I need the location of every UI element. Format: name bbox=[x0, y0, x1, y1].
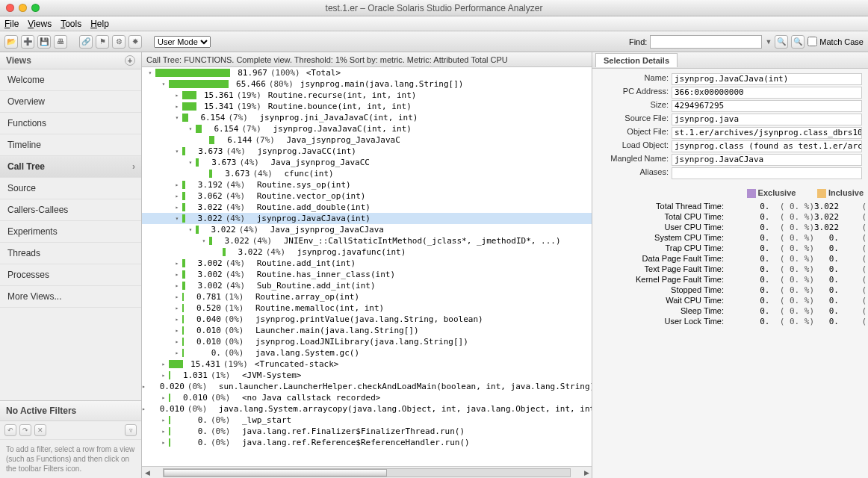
sidebar-item-timeline[interactable]: Timeline bbox=[0, 134, 141, 156]
expand-icon[interactable]: ▸ bbox=[173, 193, 181, 200]
call-tree-row[interactable]: ▸0.010(0%)Launcher.main(java.lang.String… bbox=[142, 325, 592, 336]
menu-views[interactable]: Views bbox=[28, 19, 52, 29]
call-tree-row[interactable]: ▾3.022(4%)jsynprog.JavaCJava(int) bbox=[142, 213, 592, 224]
call-tree-row[interactable]: ▾81.967(100%)<Total> bbox=[142, 67, 592, 78]
toolbar-gear-icon[interactable]: ⚙ bbox=[112, 35, 125, 49]
expand-icon[interactable]: ▸ bbox=[142, 406, 146, 413]
expand-icon[interactable]: ▸ bbox=[173, 103, 181, 111]
expand-icon[interactable]: ▸ bbox=[173, 181, 181, 189]
toolbar-add-icon[interactable]: ➕ bbox=[21, 35, 34, 49]
expand-icon[interactable]: ▸ bbox=[173, 282, 181, 290]
expand-icon[interactable]: ▸ bbox=[173, 316, 181, 323]
call-tree-row[interactable]: ▸3.002(4%)Routine.has_inner_class(int) bbox=[142, 269, 592, 280]
sidebar-item-source[interactable]: Source bbox=[0, 178, 141, 199]
expand-icon[interactable]: ▸ bbox=[142, 383, 146, 391]
call-tree-row[interactable]: ▸3.002(4%)Routine.add_int(int) bbox=[142, 258, 592, 269]
expand-icon[interactable]: ▸ bbox=[173, 350, 181, 357]
sidebar-item-call-tree[interactable]: Call Tree bbox=[0, 156, 141, 178]
call-tree-row[interactable]: 3.673(4%)cfunc(int) bbox=[142, 168, 592, 179]
find-prev-icon[interactable]: 🔍 bbox=[775, 35, 788, 49]
horizontal-scrollbar[interactable]: ◀▶ bbox=[142, 466, 592, 478]
toolbar-open-icon[interactable]: 📂 bbox=[4, 35, 18, 49]
add-view-icon[interactable]: + bbox=[125, 55, 135, 66]
call-tree-row[interactable]: ▸3.002(4%)Sub_Routine.add_int(int) bbox=[142, 280, 592, 291]
filter-remove-icon[interactable]: ✕ bbox=[34, 424, 46, 436]
call-tree-row[interactable]: 6.144(7%)Java_jsynprog_JavaJavaC bbox=[142, 134, 592, 146]
collapse-icon[interactable]: ▾ bbox=[200, 238, 208, 245]
sidebar-item-overview[interactable]: Overview bbox=[0, 91, 141, 113]
filter-undo-icon[interactable]: ↶ bbox=[4, 424, 16, 436]
collapse-icon[interactable]: ▾ bbox=[187, 226, 194, 234]
call-tree-row[interactable]: 3.022(4%)jsynprog.javafunc(int) bbox=[142, 246, 592, 258]
collapse-icon[interactable]: ▾ bbox=[173, 148, 181, 155]
call-tree-row[interactable]: ▸0.040(0%)jsynprog.printValue(java.lang.… bbox=[142, 314, 592, 325]
expand-icon[interactable]: ▸ bbox=[160, 428, 167, 435]
call-tree[interactable]: ▾81.967(100%)<Total>▾65.466(80%)jsynprog… bbox=[142, 67, 592, 466]
call-tree-row[interactable]: ▾3.673(4%)jsynprog.JavaCC(int) bbox=[142, 146, 592, 157]
menu-tools[interactable]: Tools bbox=[61, 19, 81, 29]
expand-icon[interactable]: ▸ bbox=[173, 294, 181, 301]
find-next-icon[interactable]: 🔍 bbox=[791, 35, 805, 49]
collapse-icon[interactable]: ▾ bbox=[173, 215, 181, 223]
call-tree-row[interactable]: ▸1.031(1%)<JVM-System> bbox=[142, 370, 592, 381]
call-tree-row[interactable]: ▾3.022(4%)Java_jsynprog_JavaCJava bbox=[142, 224, 592, 235]
find-input[interactable] bbox=[650, 35, 762, 49]
sidebar-item-more-views-[interactable]: More Views... bbox=[0, 286, 141, 308]
call-tree-row[interactable]: ▾6.154(7%)jsynprog.jni_JavaJavaC(int, in… bbox=[142, 112, 592, 123]
call-tree-row[interactable]: ▸0.(0%)_lwp_start bbox=[142, 415, 592, 426]
call-tree-row[interactable]: ▸0.520(1%)Routine.memalloc(int, int) bbox=[142, 302, 592, 314]
call-tree-row[interactable]: ▸0.010(0%)java.lang.System.arraycopy(jav… bbox=[142, 403, 592, 415]
expand-icon[interactable]: ▸ bbox=[173, 327, 181, 335]
toolbar-settings-icon[interactable]: ✸ bbox=[128, 35, 142, 49]
call-tree-row[interactable]: ▾6.154(7%)jsynprog.JavaJavaC(int, int) bbox=[142, 123, 592, 134]
collapse-icon[interactable]: ▾ bbox=[173, 114, 181, 122]
call-tree-row[interactable]: ▸0.(0%)java.lang.System.gc() bbox=[142, 347, 592, 358]
sidebar-item-functions[interactable]: Functions bbox=[0, 113, 141, 134]
expand-icon[interactable]: ▸ bbox=[160, 417, 167, 424]
menu-help[interactable]: Help bbox=[90, 19, 109, 29]
call-tree-row[interactable]: ▸0.(0%)java.lang.ref.Finalizer$Finalizer… bbox=[142, 426, 592, 437]
call-tree-row[interactable]: ▸3.062(4%)Routine.vector_op(int) bbox=[142, 190, 592, 202]
menu-file[interactable]: File bbox=[4, 19, 19, 29]
collapse-icon[interactable]: ▾ bbox=[160, 81, 167, 88]
call-tree-row[interactable]: ▸0.010(0%)jsynprog.LoadJNILibrary(java.l… bbox=[142, 336, 592, 347]
expand-icon[interactable]: ▸ bbox=[160, 361, 167, 368]
expand-icon[interactable]: ▸ bbox=[173, 204, 181, 211]
collapse-icon[interactable]: ▾ bbox=[146, 69, 154, 77]
toolbar-filter-icon[interactable]: ⚑ bbox=[96, 35, 109, 49]
expand-icon[interactable]: ▸ bbox=[160, 372, 167, 379]
call-tree-row[interactable]: ▾3.022(4%)JNIEnv_::CallStaticIntMethod(_… bbox=[142, 235, 592, 246]
expand-icon[interactable]: ▸ bbox=[173, 305, 181, 312]
close-window-button[interactable] bbox=[6, 4, 14, 12]
toolbar-save-icon[interactable]: 💾 bbox=[37, 35, 51, 49]
call-tree-row[interactable]: ▸15.341(19%)Routine.bounce(int, int, int… bbox=[142, 101, 592, 112]
filter-funnel-icon[interactable]: ▿ bbox=[125, 424, 137, 436]
call-tree-row[interactable]: ▸3.022(4%)Routine.add_double(int) bbox=[142, 202, 592, 213]
toolbar-print-icon[interactable]: 🖶 bbox=[54, 35, 67, 49]
call-tree-row[interactable]: ▸0.020(0%)sun.launcher.LauncherHelper.ch… bbox=[142, 381, 592, 392]
minimize-window-button[interactable] bbox=[19, 4, 27, 12]
expand-icon[interactable]: ▸ bbox=[173, 92, 181, 99]
call-tree-row[interactable]: ▾65.466(80%)jsynprog.main(java.lang.Stri… bbox=[142, 78, 592, 90]
toolbar-link-icon[interactable]: 🔗 bbox=[79, 35, 93, 49]
call-tree-row[interactable]: ▾3.673(4%)Java_jsynprog_JavaCC bbox=[142, 157, 592, 168]
call-tree-row[interactable]: ▸0.781(1%)Routine.array_op(int) bbox=[142, 291, 592, 302]
call-tree-row[interactable]: ▸15.361(19%)Routine.recurse(int, int, in… bbox=[142, 90, 592, 101]
call-tree-row[interactable]: ▸15.431(19%)<Truncated-stack> bbox=[142, 358, 592, 370]
match-case-checkbox[interactable]: Match Case bbox=[807, 37, 864, 46]
expand-icon[interactable]: ▸ bbox=[173, 271, 181, 279]
expand-icon[interactable]: ▸ bbox=[160, 439, 167, 447]
collapse-icon[interactable]: ▾ bbox=[187, 159, 194, 167]
collapse-icon[interactable]: ▾ bbox=[187, 125, 194, 133]
sidebar-item-callers-callees[interactable]: Callers-Callees bbox=[0, 199, 141, 221]
zoom-window-button[interactable] bbox=[31, 4, 40, 12]
sidebar-item-processes[interactable]: Processes bbox=[0, 264, 141, 286]
call-tree-row[interactable]: ▸0.(0%)java.lang.ref.Reference$Reference… bbox=[142, 437, 592, 448]
filter-redo-icon[interactable]: ↷ bbox=[19, 424, 31, 436]
expand-icon[interactable]: ▸ bbox=[160, 394, 167, 402]
expand-icon[interactable]: ▸ bbox=[173, 260, 181, 267]
expand-icon[interactable]: ▸ bbox=[173, 338, 181, 346]
mode-select[interactable]: User Mode bbox=[154, 36, 211, 48]
sidebar-item-experiments[interactable]: Experiments bbox=[0, 221, 141, 243]
sidebar-item-threads[interactable]: Threads bbox=[0, 243, 141, 264]
